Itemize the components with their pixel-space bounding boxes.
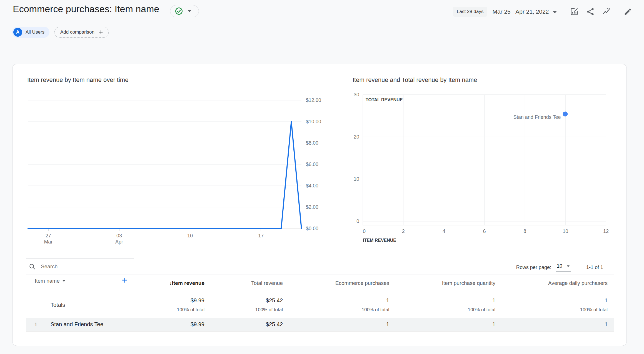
all-users-chip[interactable]: A All Users bbox=[12, 27, 49, 38]
add-comparison-label: Add comparison bbox=[60, 29, 94, 35]
svg-text:27: 27 bbox=[46, 233, 51, 238]
toolbar-divider bbox=[617, 6, 617, 18]
svg-text:6: 6 bbox=[483, 229, 486, 234]
svg-text:20: 20 bbox=[354, 134, 359, 140]
sort-descending-icon: ↓ bbox=[169, 280, 172, 286]
svg-text:$10.00: $10.00 bbox=[306, 119, 321, 124]
search-input[interactable] bbox=[41, 263, 119, 270]
svg-text:0: 0 bbox=[363, 229, 366, 234]
svg-text:0: 0 bbox=[356, 219, 359, 224]
scatter-chart-svg: 0246810120102030TOTAL REVENUEITEM REVENU… bbox=[345, 92, 624, 253]
svg-text:10: 10 bbox=[354, 176, 359, 182]
svg-text:$6.00: $6.00 bbox=[306, 162, 318, 167]
svg-text:Mar: Mar bbox=[44, 239, 53, 245]
totals-cell: $25.42 100% of total bbox=[199, 297, 283, 313]
add-comparison-button[interactable]: Add comparison bbox=[54, 27, 109, 38]
line-chart-svg: $12.00$10.00$8.00$6.00$4.00$2.00$0.0027M… bbox=[24, 92, 346, 253]
report-card: Item revenue by Item name over time Item… bbox=[12, 64, 627, 346]
page-title: Ecommerce purchases: Item name bbox=[13, 4, 159, 14]
revenue-line-series bbox=[28, 122, 301, 229]
divider bbox=[26, 275, 614, 275]
svg-text:12: 12 bbox=[603, 229, 609, 234]
row-cell: $9.99 bbox=[121, 321, 204, 328]
row-cell: 1 bbox=[412, 321, 495, 328]
column-header-total-revenue[interactable]: Total revenue bbox=[199, 280, 283, 286]
svg-text:10: 10 bbox=[563, 229, 568, 234]
scatter-point-label: Stan and Friends Tee bbox=[513, 114, 561, 120]
column-header-average-daily-purchasers[interactable]: Average daily purchasers bbox=[524, 280, 608, 286]
report-status-dropdown[interactable] bbox=[170, 5, 199, 17]
date-range-selector[interactable]: Mar 25 - Apr 21, 2022 bbox=[492, 8, 549, 15]
svg-text:$4.00: $4.00 bbox=[306, 183, 318, 189]
check-circle-icon bbox=[175, 7, 183, 15]
svg-text:$8.00: $8.00 bbox=[306, 140, 318, 146]
share-icon[interactable] bbox=[584, 6, 596, 18]
scatter-chart-title: Item revenue and Total revenue by Item n… bbox=[353, 76, 477, 84]
totals-cell: 1 100% of total bbox=[524, 297, 608, 313]
svg-text:4: 4 bbox=[443, 229, 445, 234]
x-axis-title: ITEM REVENUE bbox=[363, 238, 396, 243]
row-item-name: Stan and Friends Tee bbox=[51, 321, 103, 328]
rows-per-page-value: 10 bbox=[557, 263, 562, 269]
totals-cell: 1 100% of total bbox=[412, 297, 495, 313]
svg-text:03: 03 bbox=[116, 233, 122, 238]
svg-text:10: 10 bbox=[187, 233, 193, 238]
rows-per-page-label: Rows per page: bbox=[516, 265, 551, 270]
search-icon bbox=[29, 263, 36, 270]
svg-text:2: 2 bbox=[402, 229, 405, 234]
svg-text:$0.00: $0.00 bbox=[306, 226, 318, 231]
pagination-bar: Rows per page: 10 1-1 of 1 bbox=[516, 262, 603, 273]
totals-cell: $9.99 100% of total bbox=[121, 297, 204, 313]
insights-icon[interactable] bbox=[600, 6, 613, 18]
dimension-header-dropdown[interactable]: Item name bbox=[35, 278, 65, 284]
totals-cell: 1 100% of total bbox=[306, 297, 389, 313]
row-cell: $25.42 bbox=[199, 321, 283, 328]
dimension-caret-icon bbox=[63, 280, 65, 282]
column-header-item-purchase-quantity[interactable]: Item purchase quantity bbox=[412, 280, 495, 286]
svg-text:$12.00: $12.00 bbox=[306, 97, 321, 103]
row-index: 1 bbox=[33, 322, 39, 328]
date-caret-icon bbox=[553, 11, 557, 13]
column-header-ecommerce-purchases[interactable]: Ecommerce purchases bbox=[306, 280, 389, 286]
line-chart-title: Item revenue by Item name over time bbox=[27, 76, 128, 84]
ga4-report-page: { "header": { "title": "Ecommerce purcha… bbox=[0, 0, 644, 354]
toolbar: Last 28 days Mar 25 - Apr 21, 2022 bbox=[453, 6, 634, 18]
customize-report-button[interactable] bbox=[568, 6, 580, 18]
comparison-badge: A bbox=[13, 28, 22, 37]
all-users-label: All Users bbox=[26, 29, 44, 35]
comparison-bar: A All Users Add comparison bbox=[12, 27, 109, 38]
rows-per-page-caret-icon bbox=[567, 265, 570, 267]
row-cell: 1 bbox=[524, 321, 608, 328]
pagination-range: 1-1 of 1 bbox=[586, 265, 603, 270]
row-cell: 1 bbox=[306, 321, 389, 328]
column-header-item-revenue[interactable]: ↓Item revenue bbox=[121, 280, 204, 286]
svg-text:Apr: Apr bbox=[115, 239, 123, 245]
dimension-label: Item name bbox=[35, 278, 60, 284]
edit-pencil-icon[interactable] bbox=[622, 6, 634, 18]
svg-text:$2.00: $2.00 bbox=[306, 204, 318, 210]
y-axis-title: TOTAL REVENUE bbox=[366, 97, 403, 102]
scatter-point[interactable] bbox=[563, 112, 568, 117]
table-search bbox=[26, 258, 134, 275]
toolbar-divider bbox=[563, 6, 563, 18]
totals-label: Totals bbox=[51, 302, 65, 308]
svg-text:8: 8 bbox=[523, 229, 526, 234]
date-preset-badge: Last 28 days bbox=[453, 7, 487, 17]
chevron-down-icon bbox=[188, 10, 191, 12]
svg-text:30: 30 bbox=[354, 92, 359, 97]
rows-per-page-select[interactable]: 10 bbox=[556, 263, 571, 272]
svg-text:17: 17 bbox=[258, 233, 264, 238]
plus-icon bbox=[98, 29, 104, 35]
